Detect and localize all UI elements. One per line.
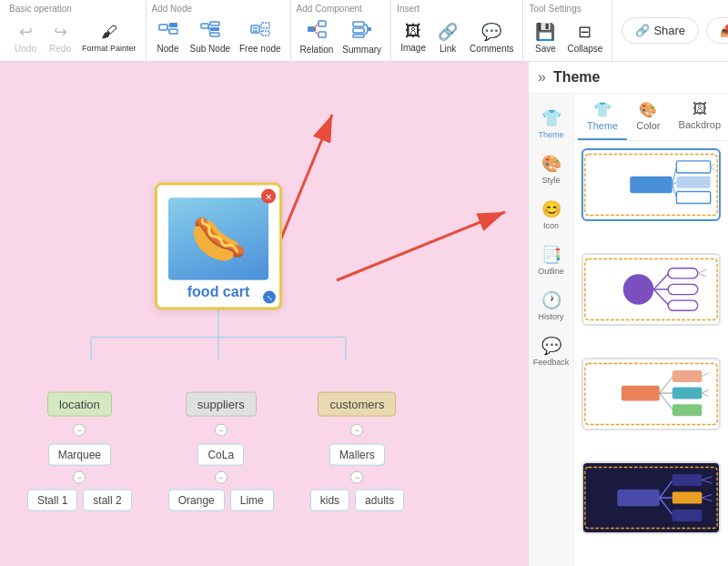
node-adults[interactable]: adults — [355, 490, 404, 511]
tab-theme[interactable]: 👕 Theme — [578, 94, 627, 140]
toolbar-group-tools: Tool Settings 💾 Save ⊟ Collapse — [523, 0, 612, 61]
mallers-expand[interactable]: − — [350, 471, 363, 484]
svg-rect-33 — [630, 177, 672, 194]
toolbar-basic-items: ↩ Undo ↪ Redo 🖌 Format Painter — [9, 15, 140, 59]
svg-rect-8 — [210, 33, 219, 36]
svg-line-54 — [660, 377, 672, 393]
sidebar-nav-style[interactable]: 🎨 Style — [531, 147, 572, 192]
location-level2-row: Stall 1 stall 2 — [27, 490, 132, 511]
theme-nav-icon: 👕 — [541, 108, 561, 128]
theme-card-2[interactable] — [581, 253, 721, 326]
theme-tab-icon: 👕 — [593, 101, 612, 118]
svg-rect-71 — [672, 510, 703, 521]
theme-preview-3 — [583, 359, 719, 429]
theme-card-4[interactable] — [581, 461, 721, 534]
svg-line-44 — [653, 274, 668, 289]
node-marquee[interactable]: Marquee — [48, 444, 111, 466]
node-mallers[interactable]: Mallers — [329, 444, 385, 466]
redo-button[interactable]: ↪ Redo — [44, 17, 76, 57]
node-button[interactable]: Node — [152, 17, 185, 57]
cola-expand[interactable]: − — [215, 471, 228, 484]
theme-preview-2 — [583, 255, 719, 324]
theme-card-1[interactable] — [581, 148, 721, 221]
svg-rect-70 — [672, 492, 703, 504]
relation-icon — [307, 20, 327, 43]
sidebar-icon-nav: 👕 Theme 🎨 Style 😊 Icon 📑 Outline 🕐 — [529, 94, 574, 566]
link-button[interactable]: 🔗 Link — [431, 17, 464, 57]
svg-rect-34 — [676, 161, 710, 173]
svg-line-62 — [702, 393, 708, 397]
theme-card-3[interactable] — [581, 358, 721, 430]
icon-nav-icon: 😊 — [541, 199, 561, 219]
share-button[interactable]: 🔗 Share — [622, 17, 699, 44]
link-icon: 🔗 — [438, 22, 458, 42]
svg-rect-20 — [353, 22, 364, 26]
sub-node-button[interactable]: Sub Node — [187, 17, 234, 57]
node-orange[interactable]: Orange — [168, 490, 225, 511]
location-expand[interactable]: − — [73, 424, 86, 437]
node-location[interactable]: location — [47, 392, 112, 417]
node-suppliers[interactable]: suppliers — [186, 392, 257, 417]
svg-rect-22 — [353, 35, 364, 37]
sidebar-nav-history[interactable]: 🕐 History — [531, 283, 572, 328]
center-node-label: food cart — [187, 284, 249, 300]
svg-line-50 — [698, 269, 706, 273]
export-button[interactable]: 📤 Export — [706, 17, 728, 44]
node-kids[interactable]: kids — [310, 490, 349, 511]
sidebar-nav-feedback[interactable]: 💬 Feedback — [531, 328, 572, 374]
center-node-resize[interactable]: ⤡ — [263, 291, 276, 304]
sidebar-nav-theme[interactable]: 👕 Theme — [531, 101, 572, 147]
save-icon: 💾 — [535, 22, 555, 42]
toolbar-addnode-items: Node Sub Node Free node — [152, 15, 285, 59]
node-cola[interactable]: CoLa — [197, 444, 244, 466]
collapse-button[interactable]: ⊟ Collapse — [563, 17, 606, 57]
toolbar-group-basic-label: Basic operation — [9, 4, 72, 14]
format-painter-button[interactable]: 🖌 Format Painter — [78, 17, 140, 57]
toolbar-group-addcomp: Add Component Relation Summary — [291, 0, 392, 61]
share-export-group: 🔗 Share 📤 Export — [612, 0, 728, 61]
node-stall2[interactable]: stall 2 — [83, 490, 131, 511]
toolbar-group-insert: Insert 🖼 Image 🔗 Link 💬 Comments — [391, 0, 523, 61]
history-nav-icon: 🕐 — [541, 290, 561, 310]
svg-rect-65 — [617, 490, 660, 507]
sidebar-nav-outline[interactable]: 📑 Outline — [531, 238, 572, 283]
suppliers-expand[interactable]: − — [215, 424, 228, 437]
svg-rect-18 — [318, 21, 326, 26]
toolbar-group-insert-label: Insert — [397, 4, 420, 14]
customers-expand[interactable]: − — [350, 424, 363, 437]
marquee-expand[interactable]: − — [73, 471, 86, 484]
center-node[interactable]: ✕ 🌭 food cart ⤡ — [155, 183, 282, 310]
relation-button[interactable]: Relation — [297, 17, 338, 57]
toolbar-tools-items: 💾 Save ⊟ Collapse — [529, 15, 606, 59]
image-button[interactable]: 🖼 Image — [397, 17, 430, 57]
branch-location: location − Marquee − Stall 1 stall 2 — [27, 392, 132, 511]
node-customers[interactable]: customers — [318, 392, 396, 417]
export-icon: 📤 — [720, 24, 728, 37]
branch-customers: customers − Mallers − kids adults — [310, 392, 404, 511]
style-nav-icon: 🎨 — [541, 154, 561, 174]
node-lime[interactable]: Lime — [230, 490, 274, 511]
tab-backdrop[interactable]: 🖼 Backdrop — [670, 94, 728, 140]
tab-color[interactable]: 🎨 Color — [627, 94, 669, 140]
sidebar-nav-icon[interactable]: 😊 Icon — [531, 192, 572, 238]
svg-rect-2 — [169, 29, 177, 34]
summary-icon — [352, 20, 372, 43]
toolbar-group-tools-label: Tool Settings — [529, 4, 581, 14]
svg-rect-57 — [672, 369, 703, 381]
undo-button[interactable]: ↩ Undo — [9, 17, 42, 57]
svg-line-37 — [672, 167, 677, 185]
sidebar-collapse-button[interactable]: » — [538, 69, 546, 86]
node-stall1[interactable]: Stall 1 — [27, 490, 77, 511]
customers-level2-row: kids adults — [310, 490, 404, 511]
summary-button[interactable]: Summary — [339, 17, 385, 57]
toolbar: Basic operation ↩ Undo ↪ Redo 🖌 Format P… — [0, 0, 728, 62]
free-node-button[interactable]: Free node — [236, 17, 285, 57]
canvas[interactable]: ✕ 🌭 food cart ⤡ — [0, 62, 528, 566]
save-button[interactable]: 💾 Save — [529, 17, 561, 57]
svg-line-61 — [702, 389, 708, 393]
mindmap-branches: location − Marquee − Stall 1 stall 2 sup… — [27, 392, 410, 511]
center-node-close[interactable]: ✕ — [261, 189, 276, 204]
comments-button[interactable]: 💬 Comments — [466, 17, 517, 57]
format-painter-icon: 🖌 — [101, 23, 117, 42]
comments-icon: 💬 — [481, 22, 501, 42]
